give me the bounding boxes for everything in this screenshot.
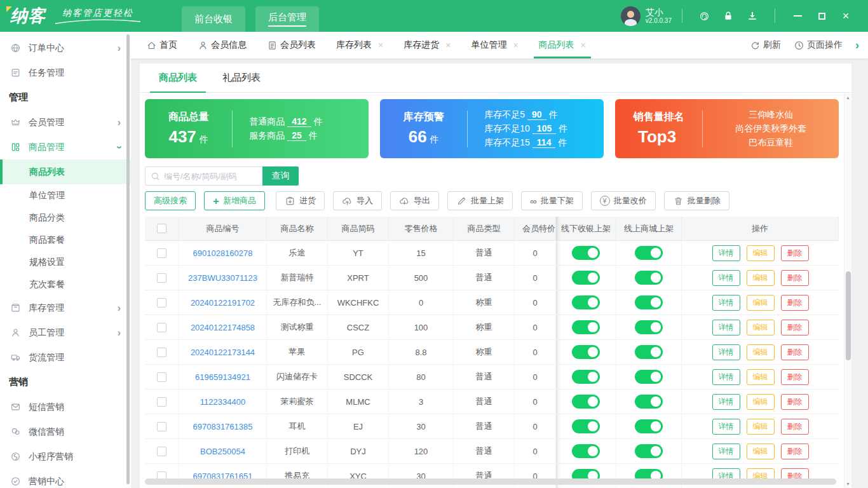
product-code-link[interactable]: 1122334400 xyxy=(200,397,245,407)
row-checkbox[interactable] xyxy=(157,323,166,332)
avatar[interactable] xyxy=(621,6,641,26)
offline-shelf-toggle[interactable] xyxy=(572,320,600,334)
product-code-link[interactable]: 20240122173144 xyxy=(191,348,255,357)
online-shelf-toggle[interactable] xyxy=(635,345,663,359)
delete-button[interactable]: 删除 xyxy=(781,320,809,336)
detail-button[interactable]: 详情 xyxy=(712,245,740,261)
row-checkbox[interactable] xyxy=(157,298,166,308)
product-code-link[interactable]: 237BWU33071123 xyxy=(188,273,257,283)
delete-button[interactable]: 删除 xyxy=(781,344,809,360)
detail-button[interactable]: 详情 xyxy=(712,369,740,385)
delete-button[interactable]: 删除 xyxy=(781,295,809,311)
nav-tab-front-cashier[interactable]: 前台收银 xyxy=(182,6,245,32)
sidebar-item-wechat-marketing[interactable]: 微信营销 xyxy=(0,419,131,444)
open-tab-inventory-purchase[interactable]: 库存进货 × xyxy=(397,32,457,58)
sidebar-item-member-mgmt[interactable]: 会员管理 › xyxy=(0,110,131,135)
search-input[interactable] xyxy=(164,172,258,181)
product-code-link[interactable]: 619659134921 xyxy=(195,372,250,382)
edit-button[interactable]: 编辑 xyxy=(747,369,775,385)
sidebar-item-task-mgmt[interactable]: 任务管理 xyxy=(0,60,131,85)
edit-button[interactable]: 编辑 xyxy=(747,270,775,286)
product-code-link[interactable]: 20240122191702 xyxy=(191,298,255,308)
offline-shelf-toggle[interactable] xyxy=(572,246,600,260)
batch-reprice-button[interactable]: ¥ 批量改价 xyxy=(591,191,656,210)
close-button[interactable]: × xyxy=(837,10,854,22)
download-icon[interactable] xyxy=(747,10,758,22)
detail-button[interactable]: 详情 xyxy=(712,394,740,410)
row-checkbox[interactable] xyxy=(157,273,166,283)
sidebar-subitem-product-list[interactable]: 商品列表 xyxy=(0,159,131,184)
open-tab-unit-mgmt[interactable]: 单位管理 × xyxy=(465,32,524,58)
online-shelf-toggle[interactable] xyxy=(635,271,663,285)
sidebar-subitem-unit-mgmt[interactable]: 单位管理 xyxy=(0,184,131,207)
online-shelf-toggle[interactable] xyxy=(635,295,663,309)
maximize-button[interactable] xyxy=(813,13,830,20)
delete-button[interactable]: 删除 xyxy=(781,270,809,286)
sidebar-item-sms-marketing[interactable]: 短信营销 xyxy=(0,395,131,419)
scroll-down-arrow-icon[interactable]: ▼ xyxy=(844,482,851,486)
tab-close-icon[interactable]: × xyxy=(513,40,518,50)
edit-button[interactable]: 编辑 xyxy=(747,320,775,336)
sidebar-item-inventory-mgmt[interactable]: 库存管理 › xyxy=(0,295,131,320)
delete-button[interactable]: 删除 xyxy=(781,369,809,385)
row-checkbox[interactable] xyxy=(157,348,166,357)
offline-shelf-toggle[interactable] xyxy=(572,444,600,458)
stat-value[interactable]: 105 xyxy=(532,123,556,134)
sidebar-item-order-center[interactable]: 订单中心 › xyxy=(0,36,131,60)
add-product-button[interactable]: + 新增商品 xyxy=(204,191,265,210)
batch-on-shelf-button[interactable]: 批量上架 xyxy=(447,191,513,210)
offline-shelf-toggle[interactable] xyxy=(572,271,600,285)
detail-button[interactable]: 详情 xyxy=(712,270,740,286)
stat-value[interactable]: 114 xyxy=(532,137,556,148)
export-button[interactable]: 导出 xyxy=(390,191,439,210)
row-checkbox[interactable] xyxy=(157,248,166,258)
open-tab-home[interactable]: 首页 xyxy=(140,32,184,58)
online-shelf-toggle[interactable] xyxy=(635,246,663,260)
sidebar-subitem-product-combo[interactable]: 商品套餐 xyxy=(0,229,131,251)
tab-close-icon[interactable]: × xyxy=(378,40,383,50)
offline-shelf-toggle[interactable] xyxy=(572,395,600,409)
select-all-checkbox[interactable] xyxy=(157,224,166,233)
row-checkbox[interactable] xyxy=(157,447,166,456)
sidebar-item-staff-mgmt[interactable]: 员工管理 › xyxy=(0,320,131,345)
edit-button[interactable]: 编辑 xyxy=(747,344,775,360)
sidebar-subitem-recharge-combo[interactable]: 充次套餐 xyxy=(0,273,131,295)
batch-off-shelf-button[interactable]: ∞ 批量下架 xyxy=(521,191,583,210)
online-shelf-toggle[interactable] xyxy=(635,444,663,458)
detail-button[interactable]: 详情 xyxy=(712,344,740,360)
detail-button[interactable]: 详情 xyxy=(712,320,740,336)
sidebar-item-logistics-mgmt[interactable]: 货流管理 xyxy=(0,345,131,370)
tab-product-list[interactable]: 商品列表 xyxy=(146,64,210,92)
open-tab-member-list[interactable]: 会员列表 xyxy=(261,32,322,58)
sidebar-subitem-product-category[interactable]: 商品分类 xyxy=(0,207,131,229)
product-code-link[interactable]: 6901028160278 xyxy=(193,248,253,258)
offline-shelf-toggle[interactable] xyxy=(572,295,600,309)
online-shelf-toggle[interactable] xyxy=(635,419,663,433)
open-tab-product-list[interactable]: 商品列表 × xyxy=(532,32,592,58)
edit-button[interactable]: 编辑 xyxy=(747,295,775,311)
nav-tab-back-admin[interactable]: 后台管理 xyxy=(255,6,319,32)
advanced-search-button[interactable]: 高级搜索 xyxy=(145,191,196,210)
delete-button[interactable]: 删除 xyxy=(781,394,809,410)
minimize-button[interactable] xyxy=(789,15,806,17)
sidebar-item-marketing-center[interactable]: 营销中心 xyxy=(0,469,131,488)
stock-in-button[interactable]: 进货 xyxy=(276,191,325,210)
row-checkbox[interactable] xyxy=(157,397,166,407)
edit-button[interactable]: 编辑 xyxy=(747,419,775,435)
delete-button[interactable]: 删除 xyxy=(781,444,809,459)
refresh-button[interactable]: 刷新 xyxy=(750,39,781,51)
row-checkbox[interactable] xyxy=(157,422,166,431)
tab-close-icon[interactable]: × xyxy=(445,40,451,50)
search-button[interactable]: 查询 xyxy=(262,166,299,186)
scroll-up-arrow-icon[interactable]: ▲ xyxy=(844,95,851,100)
row-checkbox[interactable] xyxy=(157,372,166,382)
page-ops-button[interactable]: 页面操作 xyxy=(794,39,843,51)
product-code-link[interactable]: 20240122174858 xyxy=(191,323,255,332)
tab-gift-list[interactable]: 礼品列表 xyxy=(210,64,273,92)
online-shelf-toggle[interactable] xyxy=(635,395,663,409)
edit-button[interactable]: 编辑 xyxy=(747,394,775,410)
tab-close-icon[interactable]: × xyxy=(581,40,586,50)
online-shelf-toggle[interactable] xyxy=(635,320,663,334)
detail-button[interactable]: 详情 xyxy=(712,444,740,459)
batch-delete-button[interactable]: 批量删除 xyxy=(664,191,729,210)
